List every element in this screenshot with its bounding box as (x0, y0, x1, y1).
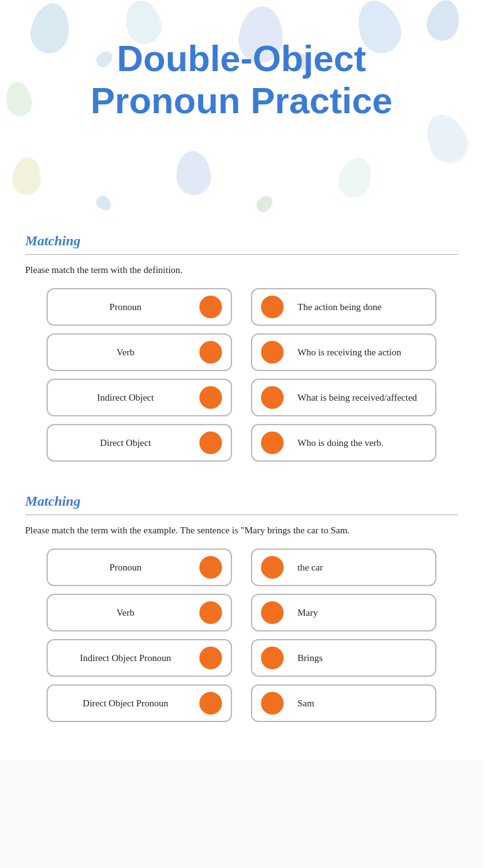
match-right-circle[interactable] (261, 647, 284, 669)
match-right-label: the car (297, 562, 426, 573)
match-right-item[interactable]: Brings (251, 639, 436, 677)
match-left-item[interactable]: Indirect Object (47, 379, 232, 416)
section-2: Matching Please match the term with the … (25, 474, 458, 735)
match-left-circle[interactable] (199, 601, 222, 624)
match-left-item[interactable]: Pronoun (47, 548, 232, 586)
header: Double-Object Pronoun Practice (0, 0, 483, 214)
match-right-label: Mary (297, 608, 426, 618)
match-left-circle[interactable] (199, 431, 222, 454)
match-left-label: Direct Object (57, 438, 194, 448)
match-left-circle[interactable] (199, 556, 222, 579)
match-left-item[interactable]: Verb (47, 333, 232, 371)
section-1-title: Matching (25, 233, 458, 249)
match-right-circle[interactable] (261, 386, 284, 409)
match-left-label: Verb (57, 608, 194, 618)
match-left-circle[interactable] (199, 692, 222, 715)
decorative-drop (174, 150, 213, 197)
match-right-circle[interactable] (261, 692, 284, 715)
match-right-circle[interactable] (261, 341, 284, 364)
section-1-divider (25, 254, 458, 255)
decorative-drop (11, 156, 42, 196)
match-left-item[interactable]: Indirect Object Pronoun (47, 639, 232, 677)
match-right-item[interactable]: Who is doing the verb. (251, 424, 436, 462)
match-right-circle[interactable] (261, 601, 284, 624)
match-right-item[interactable]: The action being done (251, 288, 436, 326)
match-left-label: Pronoun (57, 302, 194, 313)
match-right-item[interactable]: Mary (251, 594, 436, 632)
match-left-label: Direct Object Pronoun (57, 698, 194, 709)
page-title: Double-Object Pronoun Practice (25, 38, 458, 121)
section-2-title: Matching (25, 493, 458, 509)
match-left-label: Indirect Object Pronoun (57, 653, 194, 664)
match-left-circle[interactable] (199, 296, 222, 318)
match-left-label: Pronoun (57, 562, 194, 573)
match-right-item[interactable]: the car (251, 548, 436, 586)
match-right-label: Who is receiving the action (297, 347, 426, 358)
match-left-circle[interactable] (199, 341, 222, 364)
section-2-grid: Pronounthe carVerbMaryIndirect Object Pr… (47, 548, 436, 722)
section-1-instruction: Please match the term with the definitio… (25, 265, 458, 275)
match-right-item[interactable]: Sam (251, 684, 436, 722)
match-right-item[interactable]: Who is receiving the action (251, 333, 436, 371)
section-2-instruction: Please match the term with the example. … (25, 525, 458, 536)
match-left-item[interactable]: Pronoun (47, 288, 232, 326)
match-right-item[interactable]: What is being received/affected (251, 379, 436, 416)
match-left-item[interactable]: Direct Object Pronoun (47, 684, 232, 722)
match-left-label: Verb (57, 347, 194, 358)
match-right-label: Who is doing the verb. (297, 438, 426, 448)
decorative-drop (333, 153, 377, 202)
decorative-drop (94, 193, 114, 214)
match-right-label: The action being done (297, 302, 426, 313)
match-left-circle[interactable] (199, 647, 222, 669)
match-right-label: Sam (297, 698, 426, 709)
match-right-label: What is being received/affected (297, 392, 426, 403)
match-left-circle[interactable] (199, 386, 222, 409)
match-right-circle[interactable] (261, 296, 284, 318)
main-content: Matching Please match the term with the … (0, 214, 483, 760)
decorative-drop (253, 192, 275, 214)
match-left-label: Indirect Object (57, 392, 194, 403)
match-right-label: Brings (297, 653, 426, 664)
match-right-circle[interactable] (261, 556, 284, 579)
section-1: Matching Please match the term with the … (25, 214, 458, 474)
section-2-divider (25, 515, 458, 515)
section-1-grid: PronounThe action being doneVerbWho is r… (47, 288, 436, 462)
match-left-item[interactable]: Verb (47, 594, 232, 632)
match-left-item[interactable]: Direct Object (47, 424, 232, 462)
match-right-circle[interactable] (261, 431, 284, 454)
